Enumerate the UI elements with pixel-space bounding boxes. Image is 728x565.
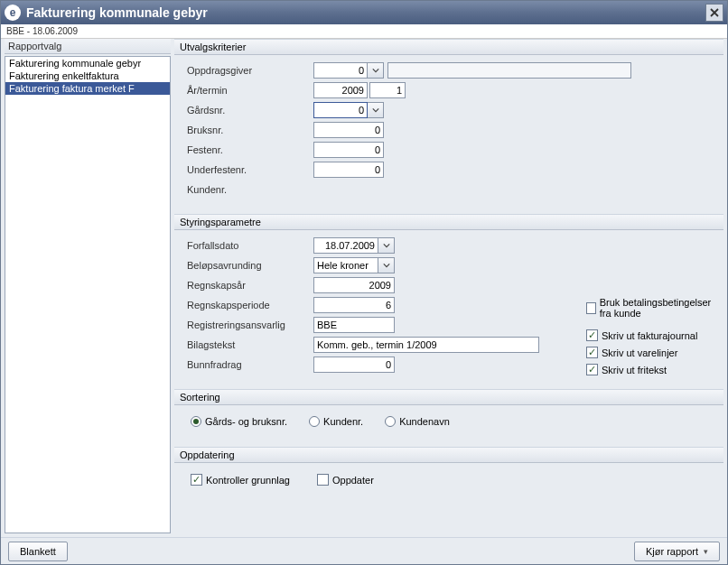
lbl-bilagstekst: Bilagstekst bbox=[187, 339, 313, 350]
lbl-registreringsansvarlig: Registreringsansvarlig bbox=[187, 320, 313, 330]
input-bilagstekst[interactable] bbox=[313, 337, 539, 353]
lbl-oppdragsgiver: Oppdragsgiver bbox=[187, 65, 313, 76]
report-list[interactable]: Fakturering kommunale gebyr Fakturering … bbox=[5, 56, 171, 533]
lbl-festenr: Festenr. bbox=[187, 144, 313, 155]
check-label: Oppdater bbox=[332, 475, 374, 486]
left-column: Rapportvalg Fakturering kommunale gebyr … bbox=[1, 39, 174, 537]
oppdragsgiver-name-display bbox=[387, 62, 631, 79]
radio-label: Kundenavn bbox=[399, 416, 450, 427]
window: e Fakturering kommunale gebyr BBE - 18.0… bbox=[0, 0, 728, 565]
input-gardsnr[interactable] bbox=[313, 102, 368, 118]
styring-right-checks-top: Bruk betalingsbetingelser fra kunde bbox=[586, 272, 723, 319]
panel-oppdatering: Oppdatering Kontroller grunnlag Oppdater bbox=[174, 447, 723, 500]
dropdown-forfallsdato[interactable] bbox=[378, 237, 395, 254]
dropdown-oppdragsgiver[interactable] bbox=[368, 62, 384, 79]
check-oppdater[interactable]: Oppdater bbox=[317, 474, 374, 486]
input-bunnfradrag[interactable] bbox=[313, 357, 395, 373]
radio-label: Kundenr. bbox=[323, 416, 363, 427]
titlebar: e Fakturering kommunale gebyr bbox=[1, 1, 727, 24]
check-label: Kontroller grunnlag bbox=[206, 475, 290, 486]
panel-styring-body: Forfallsdato Beløpsavrunding bbox=[174, 230, 723, 384]
status-line: BBE - 18.06.2009 bbox=[1, 24, 727, 39]
lbl-regnskapsaar: Regnskapsår bbox=[187, 280, 313, 291]
chevron-down-icon: ▾ bbox=[704, 547, 708, 556]
check-label: Skriv ut varelinjer bbox=[602, 347, 677, 358]
radio-gards-bruksnr[interactable]: Gårds- og bruksnr. bbox=[191, 416, 287, 427]
window-title: Fakturering kommunale gebyr bbox=[26, 5, 705, 20]
input-forfallsdato[interactable] bbox=[313, 237, 378, 254]
lbl-underfestenr: Underfestenr. bbox=[187, 164, 313, 175]
input-bruksnr[interactable] bbox=[313, 122, 384, 138]
input-aar[interactable] bbox=[313, 82, 368, 98]
panel-utvalg: Utvalgskriterier Oppdragsgiver År/termin bbox=[174, 39, 723, 208]
dropdown-belopsavrunding[interactable] bbox=[378, 257, 395, 273]
input-festenr[interactable] bbox=[313, 142, 384, 158]
panel-oppdatering-body: Kontroller grunnlag Oppdater bbox=[174, 463, 723, 500]
lbl-belopsavrunding: Beløpsavrunding bbox=[187, 260, 313, 271]
radio-icon bbox=[191, 416, 201, 427]
input-registreringsansvarlig[interactable] bbox=[313, 317, 395, 333]
report-item-0[interactable]: Fakturering kommunale gebyr bbox=[5, 57, 170, 69]
radio-label: Gårds- og bruksnr. bbox=[205, 416, 287, 427]
rapportvalg-header: Rapportvalg bbox=[5, 39, 171, 54]
check-label: Skriv ut fakturajournal bbox=[602, 330, 697, 341]
check-skriv-fakturajournal[interactable]: Skriv ut fakturajournal bbox=[586, 329, 697, 341]
radio-icon bbox=[309, 416, 320, 427]
report-item-1[interactable]: Fakturering enkeltfaktura bbox=[5, 69, 170, 82]
panel-utvalg-title: Utvalgskriterier bbox=[174, 39, 723, 55]
app-icon: e bbox=[5, 5, 21, 21]
panel-styring: Styringsparametre Forfallsdato Beløpsavr… bbox=[174, 214, 723, 384]
panel-oppdatering-title: Oppdatering bbox=[174, 447, 723, 463]
input-underfestenr[interactable] bbox=[313, 162, 384, 178]
checkbox-icon bbox=[317, 474, 329, 486]
check-bruk-betalingsbetingelser[interactable]: Bruk betalingsbetingelser fra kunde bbox=[586, 297, 723, 319]
radio-kundenr[interactable]: Kundenr. bbox=[309, 416, 363, 427]
lbl-bunnfradrag: Bunnfradrag bbox=[187, 359, 313, 370]
content: Rapportvalg Fakturering kommunale gebyr … bbox=[1, 39, 727, 537]
check-skriv-varelinjer[interactable]: Skriv ut varelinjer bbox=[586, 347, 697, 358]
button-label: Kjør rapport bbox=[646, 546, 698, 557]
lbl-aar-termin: År/termin bbox=[187, 85, 313, 96]
check-kontroller-grunnlag[interactable]: Kontroller grunnlag bbox=[191, 474, 290, 486]
right-column: Utvalgskriterier Oppdragsgiver År/termin bbox=[174, 39, 727, 537]
panel-sortering-body: Gårds- og bruksnr. Kundenr. Kundenavn bbox=[174, 405, 723, 441]
dropdown-gardsnr[interactable] bbox=[368, 102, 384, 118]
close-icon bbox=[710, 8, 719, 17]
lbl-forfallsdato: Forfallsdato bbox=[187, 240, 313, 251]
input-regnskapsaar[interactable] bbox=[313, 277, 395, 293]
close-button[interactable] bbox=[705, 4, 723, 22]
button-label: Blankett bbox=[20, 546, 56, 557]
checkbox-icon bbox=[586, 364, 598, 375]
checkbox-icon bbox=[586, 302, 596, 314]
input-oppdragsgiver[interactable] bbox=[313, 62, 368, 79]
input-belopsavrunding[interactable] bbox=[313, 257, 378, 273]
input-regnskapsperiode[interactable] bbox=[313, 297, 395, 313]
lbl-gardsnr: Gårdsnr. bbox=[187, 105, 313, 116]
lbl-regnskapsperiode: Regnskapsperiode bbox=[187, 300, 313, 310]
styring-right-checks-bottom: Skriv ut fakturajournal Skriv ut varelin… bbox=[586, 329, 697, 375]
report-item-2[interactable]: Fakturering faktura merket F bbox=[5, 82, 170, 95]
radio-kundenavn[interactable]: Kundenavn bbox=[385, 416, 450, 427]
checkbox-icon bbox=[586, 347, 598, 358]
check-label: Bruk betalingsbetingelser fra kunde bbox=[600, 297, 723, 319]
panel-sortering: Sortering Gårds- og bruksnr. Kundenr. bbox=[174, 389, 723, 441]
blankett-button[interactable]: Blankett bbox=[8, 542, 68, 561]
panel-sortering-title: Sortering bbox=[174, 389, 723, 405]
radio-icon bbox=[385, 416, 396, 427]
lbl-bruksnr: Bruksnr. bbox=[187, 125, 313, 135]
panel-utvalg-body: Oppdragsgiver År/termin Gårdsnr. bbox=[174, 55, 723, 208]
check-skriv-fritekst[interactable]: Skriv ut fritekst bbox=[586, 364, 697, 375]
check-label: Skriv ut fritekst bbox=[602, 365, 667, 375]
checkbox-icon bbox=[586, 329, 598, 341]
input-termin[interactable] bbox=[369, 82, 406, 98]
checkbox-icon bbox=[191, 474, 202, 486]
lbl-kundenr: Kundenr. bbox=[187, 184, 313, 195]
panel-styring-title: Styringsparametre bbox=[174, 214, 723, 230]
footer: Blankett Kjør rapport ▾ bbox=[1, 537, 727, 564]
kjor-rapport-button[interactable]: Kjør rapport ▾ bbox=[634, 542, 720, 561]
